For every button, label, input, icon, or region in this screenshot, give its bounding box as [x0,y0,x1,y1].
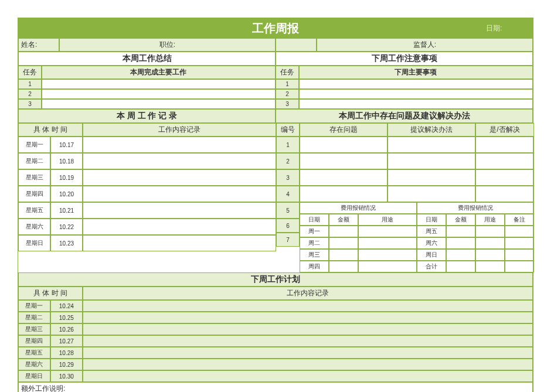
issue-suggest[interactable] [388,186,475,202]
plan-day-name: 星期二 [18,312,50,323]
plan-content[interactable] [83,347,533,359]
expense-title-2: 费用报销情况 [417,202,534,214]
plan-content[interactable] [83,359,533,370]
plan-day-row: 星期日10.30 [18,370,533,382]
exp-amt-right[interactable] [446,249,475,261]
plan-content[interactable] [83,370,533,382]
record-day-row: 星期五10.21 [18,202,276,219]
exp-amt-right[interactable] [446,261,475,272]
record-left-header: 具 体 时 间 工作内容记录 [18,123,276,137]
exp-use-right[interactable] [475,226,505,237]
issue-resolved[interactable] [475,137,534,153]
exp-amt-left[interactable] [329,226,358,237]
expense-section: 567 费用报销情况 费用报销情况 日期 金额 用途 日期 [276,202,534,272]
exp-amt-left[interactable] [329,237,358,249]
day-date: 10.17 [50,137,83,153]
task-value-left[interactable] [42,99,276,109]
plan-content[interactable] [83,335,533,347]
supervisor-label: 监督人: [317,38,533,52]
exp-l-date: 日期 [300,214,329,226]
plan-day-rows: 星期一10.24星期二10.25星期三10.26星期四10.27星期五10.28… [18,300,533,382]
plan-title-row: 下周工作计划 [18,272,533,287]
plan-day-name: 星期日 [18,370,50,382]
record-day-row: 星期三10.19 [18,169,276,186]
task-num-right: 1 [276,79,299,89]
task-value-right[interactable] [299,79,533,89]
resolved-label: 是/否解决 [475,123,534,137]
day-content[interactable] [83,186,276,202]
task-row: 22 [18,89,533,99]
exp-amt-right[interactable] [446,226,475,237]
plan-content[interactable] [83,323,533,335]
issue-exists[interactable] [300,153,388,169]
position-value[interactable] [276,38,317,52]
exp-note[interactable] [505,237,534,249]
day-date: 10.22 [50,219,83,235]
record-day-row: 星期四10.20 [18,186,276,202]
extra-work-label[interactable]: 额外工作说明: [18,382,533,392]
plan-day-date: 10.30 [50,370,83,382]
issue-resolved[interactable] [475,169,534,186]
exp-use-left[interactable] [358,237,417,249]
task-value-right[interactable] [299,89,533,99]
day-content[interactable] [83,169,276,186]
plan-day-name: 星期三 [18,323,50,335]
weekly-report-sheet: 工作周报 日期: 姓名: 职位: 监督人: 本周工作总结 下周工作注意事项 任务… [18,18,533,392]
task-value-left[interactable] [42,79,276,89]
exp-use-right[interactable] [475,249,505,261]
issue-resolved[interactable] [475,153,534,169]
day-content[interactable] [83,153,276,169]
plan-day-name: 星期六 [18,359,50,370]
day-content[interactable] [83,235,276,251]
issue-resolved[interactable] [475,186,534,202]
expense-rows: 周一周五周二周六周三周日周四合计 [300,226,534,272]
plan-content[interactable] [83,312,533,323]
exp-amt-right[interactable] [446,237,475,249]
issue-exists[interactable] [300,137,388,153]
exp-amt-left[interactable] [329,249,358,261]
day-content[interactable] [83,137,276,153]
exp-note[interactable] [505,226,534,237]
name-label: 姓名: [18,38,59,52]
expense-num: 6 [276,219,300,233]
exp-use-left[interactable] [358,249,417,261]
plan-day-row: 星期三10.26 [18,323,533,335]
next-week-plan-title: 下周工作计划 [18,272,533,287]
day-content[interactable] [83,219,276,235]
plan-day-name: 星期四 [18,335,50,347]
exp-amt-left[interactable] [329,261,358,272]
issue-suggest[interactable] [388,169,475,186]
exp-note[interactable] [505,261,534,272]
plan-day-row: 星期四10.27 [18,335,533,347]
issue-exists[interactable] [300,186,388,202]
exp-use-right[interactable] [475,261,505,272]
plan-day-date: 10.24 [50,300,83,312]
day-date: 10.19 [50,169,83,186]
day-name: 星期六 [18,219,50,235]
plan-col-header: 具 体 时 间 工作内容记录 [18,287,533,300]
task-value-left[interactable] [42,89,276,99]
this-week-record-title: 本 周 工 作 记 录 [18,109,276,123]
issue-num: 3 [276,169,300,186]
plan-content[interactable] [83,300,533,312]
record-day-row: 星期日10.23 [18,235,276,251]
exp-note[interactable] [505,249,534,261]
expense-col-headers: 日期 金额 用途 日期 金额 用途 备注 [300,214,534,226]
issue-suggest[interactable] [388,153,475,169]
exp-use-right[interactable] [475,237,505,249]
day-name: 星期日 [18,235,50,251]
plan-content-label: 工作内容记录 [83,287,533,300]
record-day-row: 星期六10.22 [18,219,276,235]
day-content[interactable] [83,202,276,219]
issue-exists[interactable] [300,169,388,186]
exp-use-left[interactable] [358,261,417,272]
expense-row: 周三周日 [300,249,534,261]
issue-suggest[interactable] [388,137,475,153]
exp-use-left[interactable] [358,226,417,237]
plan-day-date: 10.28 [50,347,83,359]
plan-day-name: 星期一 [18,300,50,312]
task-value-right[interactable] [299,99,533,109]
day-date: 10.20 [50,186,83,202]
issues-title: 本周工作中存在问题及建议解决办法 [276,109,533,123]
summary-title-row: 本周工作总结 下周工作注意事项 [18,52,533,66]
